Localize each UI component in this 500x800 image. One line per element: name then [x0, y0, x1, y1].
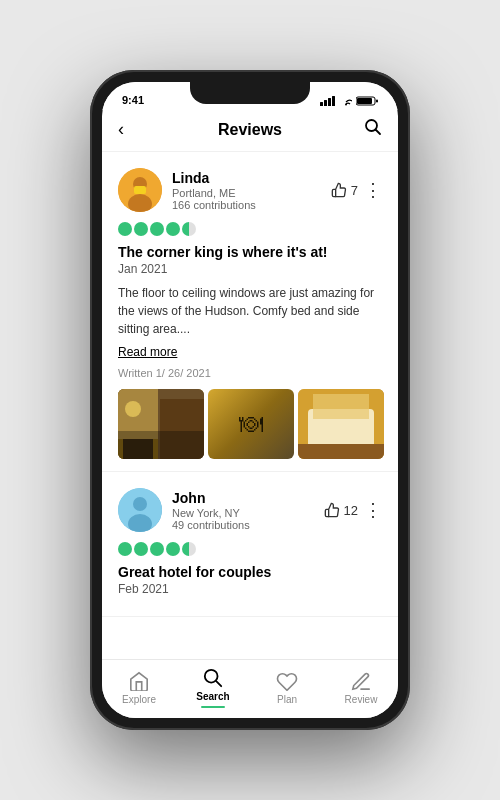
review-title-john: Great hotel for couples	[118, 564, 382, 580]
reviewer-left-john: John New York, NY 49 contributions	[118, 488, 250, 532]
review-card-john: John New York, NY 49 contributions 12	[102, 472, 398, 617]
rating-dot-4	[166, 222, 180, 236]
reviewer-row-linda: Linda Portland, ME 166 contributions 7	[118, 168, 382, 212]
svg-rect-7	[376, 100, 378, 103]
photo-3-linda[interactable]	[298, 389, 384, 459]
review-card-linda: Linda Portland, ME 166 contributions 7	[102, 152, 398, 472]
svg-point-4	[345, 104, 347, 106]
rating-dot-3	[150, 222, 164, 236]
svg-rect-23	[298, 444, 384, 459]
more-button-john[interactable]: ⋮	[364, 499, 382, 521]
svg-rect-22	[313, 394, 369, 419]
photo-food-image	[208, 389, 294, 459]
more-button-linda[interactable]: ⋮	[364, 179, 382, 201]
like-count-linda: 7	[351, 183, 358, 198]
explore-icon	[128, 671, 150, 691]
svg-point-25	[133, 497, 147, 511]
avatar-john	[118, 488, 162, 532]
bottom-nav: Explore Search Plan	[102, 659, 398, 718]
svg-rect-2	[328, 98, 331, 106]
phone-frame: 9:41	[90, 70, 410, 730]
rating-row-john	[118, 542, 382, 556]
nav-label-search: Search	[196, 691, 229, 702]
reviewer-location-john: New York, NY	[172, 507, 250, 519]
rating-dot-j3	[150, 542, 164, 556]
rating-dot-1	[118, 222, 132, 236]
reviewer-actions-linda: 7 ⋮	[331, 179, 382, 201]
svg-rect-0	[320, 102, 323, 106]
nav-item-review[interactable]: Review	[324, 671, 398, 705]
phone-screen: 9:41	[102, 82, 398, 718]
rating-dot-j1	[118, 542, 132, 556]
nav-item-plan[interactable]: Plan	[250, 671, 324, 705]
reviewer-row-john: John New York, NY 49 contributions 12	[118, 488, 382, 532]
search-icon	[364, 118, 382, 136]
svg-rect-3	[332, 96, 335, 106]
svg-point-18	[125, 401, 141, 417]
like-button-linda[interactable]: 7	[331, 182, 358, 198]
reviewer-info-linda: Linda Portland, ME 166 contributions	[172, 170, 256, 211]
svg-rect-1	[324, 100, 327, 106]
nav-underline-search	[201, 706, 225, 708]
nav-label-review: Review	[345, 694, 378, 705]
thumbs-up-icon-linda	[331, 182, 347, 198]
search-nav-icon	[202, 668, 224, 688]
photos-row-linda	[118, 389, 382, 459]
review-date-linda: Jan 2021	[118, 262, 382, 276]
avatar-image-john	[118, 488, 162, 532]
plan-icon	[276, 671, 298, 691]
reviewer-name-john: John	[172, 490, 250, 506]
wifi-icon	[340, 96, 352, 106]
reviewer-contributions-linda: 166 contributions	[172, 199, 256, 211]
like-button-john[interactable]: 12	[324, 502, 358, 518]
review-date-john: Feb 2021	[118, 582, 382, 596]
avatar-linda	[118, 168, 162, 212]
reviewer-actions-john: 12 ⋮	[324, 499, 382, 521]
review-icon	[350, 671, 372, 691]
photo-1-linda[interactable]	[118, 389, 204, 459]
svg-rect-13	[134, 186, 146, 194]
bedroom-svg	[298, 389, 384, 459]
status-time: 9:41	[122, 94, 144, 106]
svg-rect-19	[123, 439, 153, 459]
rating-dot-j2	[134, 542, 148, 556]
signal-icon	[320, 96, 336, 106]
photo-bedroom-image	[298, 389, 384, 459]
reviewer-location-linda: Portland, ME	[172, 187, 256, 199]
avatar-image-linda	[118, 168, 162, 212]
reviewer-name-linda: Linda	[172, 170, 256, 186]
svg-rect-17	[160, 399, 204, 459]
nav-label-plan: Plan	[277, 694, 297, 705]
nav-item-search[interactable]: Search	[176, 668, 250, 708]
review-text-linda: The floor to ceiling windows are just am…	[118, 284, 382, 338]
phone-notch	[190, 82, 310, 104]
rating-dot-j4	[166, 542, 180, 556]
nav-item-explore[interactable]: Explore	[102, 671, 176, 705]
rating-dot-j-half	[182, 542, 196, 556]
scroll-content: Linda Portland, ME 166 contributions 7	[102, 152, 398, 659]
svg-rect-6	[357, 98, 372, 104]
written-date-linda: Written 1/ 26/ 2021	[118, 367, 382, 379]
reviewer-contributions-john: 49 contributions	[172, 519, 250, 531]
rating-dot-half	[182, 222, 196, 236]
svg-line-9	[375, 130, 380, 135]
app-header: ‹ Reviews	[102, 110, 398, 152]
search-button[interactable]	[354, 118, 382, 141]
nav-label-explore: Explore	[122, 694, 156, 705]
page-title: Reviews	[218, 121, 282, 139]
photo-room-image	[118, 389, 204, 459]
review-title-linda: The corner king is where it's at!	[118, 244, 382, 260]
thumbs-up-icon-john	[324, 502, 340, 518]
battery-icon	[356, 96, 378, 106]
photo-2-linda[interactable]	[208, 389, 294, 459]
like-count-john: 12	[344, 503, 358, 518]
status-icons	[320, 96, 378, 106]
svg-line-28	[216, 681, 221, 686]
rating-row-linda	[118, 222, 382, 236]
back-button[interactable]: ‹	[118, 119, 146, 140]
reviewer-left-linda: Linda Portland, ME 166 contributions	[118, 168, 256, 212]
rating-dot-2	[134, 222, 148, 236]
room-svg	[118, 389, 204, 459]
reviewer-info-john: John New York, NY 49 contributions	[172, 490, 250, 531]
read-more-button-linda[interactable]: Read more	[118, 345, 177, 359]
